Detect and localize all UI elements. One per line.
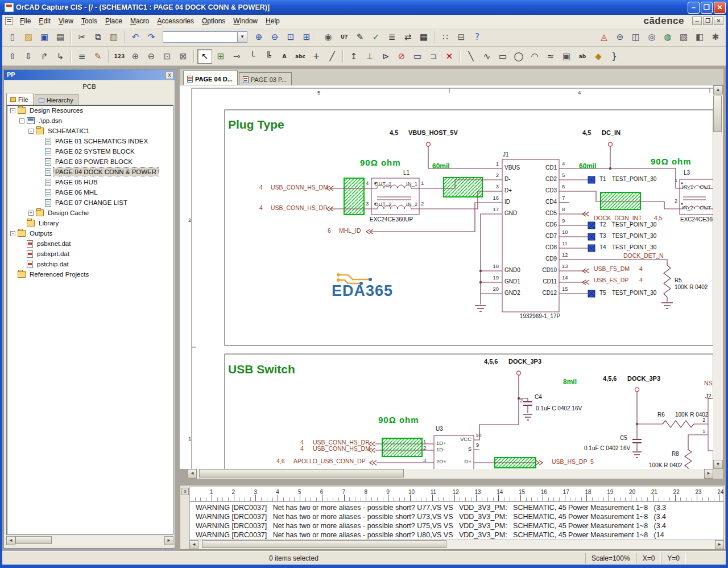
place-ieee-symbol-button[interactable]: } [607,49,622,64]
schematic-text[interactable]: 90Ω ohm [360,158,401,167]
save-document-button[interactable]: ▣ [37,30,52,44]
tree-item-library[interactable]: Library [7,218,173,228]
tree-item-page-06-mhl[interactable]: PAGE 06 MHL [7,187,173,197]
schematic-text[interactable]: 4,5 [390,130,398,136]
collapse-icon[interactable]: - [10,231,15,236]
schematic-text[interactable]: GND [504,211,517,216]
menu-edit[interactable]: Edit [35,16,55,26]
schematic-text[interactable]: 90Ω ohm [651,157,692,166]
refdes-t2[interactable]: T2 [599,222,606,228]
zoom-out-button[interactable]: ⊖ [267,30,282,44]
tree-item-page-05-hub[interactable]: PAGE 05 HUB [7,177,173,187]
scroll-down-arrow[interactable]: ▼ [713,460,723,469]
schematic-text[interactable]: 2 [675,198,677,204]
copy-button[interactable]: ⧉ [90,30,105,44]
schematic-text[interactable]: 90Ω ohm [378,415,419,424]
internet-component-button[interactable]: ◍ [660,30,675,44]
schematic-text[interactable]: CD6 [545,222,557,228]
refdes-t4[interactable]: T4 [599,245,606,250]
place-ground-button[interactable]: ⊥ [362,49,377,64]
fisheye-view-button[interactable]: ◉ [321,30,336,44]
schematic-text[interactable]: OUT [700,184,711,190]
schematic-text[interactable]: 8 [562,207,565,212]
schematic-text[interactable]: 8mil [563,378,577,385]
cis-database-button[interactable]: ⊜ [613,30,627,44]
menu-window[interactable]: Window [229,16,262,26]
collapse-icon[interactable]: - [10,108,15,113]
schematic-text[interactable]: 15 [562,286,568,292]
scroll-thumb[interactable] [202,540,446,548]
place-hierarchical-port-button[interactable]: ⊐ [426,49,441,64]
refdes-j2[interactable]: J2 [705,394,712,400]
schematic-text[interactable]: CD9 [545,256,557,262]
schematic-text[interactable]: CD10 [542,267,557,273]
scroll-right-arrow[interactable]: ► [715,540,724,549]
net-mhl-id[interactable]: MHL_ID [339,228,361,234]
attach-implementation-button[interactable]: ↱ [37,49,52,64]
tree-item-pp-dsn[interactable]: -.\pp.dsn [7,116,173,126]
redo-button[interactable]: ↷ [144,30,159,44]
scroll-thumb[interactable] [15,536,52,544]
place-bus-entry-button[interactable]: ╱ [325,49,340,64]
schematic-text[interactable]: VBUS [504,165,520,171]
refdes-r5[interactable]: R5 [675,278,682,283]
zoom-out-alt-button[interactable]: ⊖ [144,49,159,64]
canvas-hscrollbar[interactable]: ◄ ► [188,469,713,479]
refdes-r8[interactable]: R8 [672,451,679,457]
net-usb-conn-hs-dm[interactable]: USB_CONN_HS_DM [271,184,328,191]
place-polyline-button[interactable]: ∿ [479,49,494,64]
schematic-text[interactable]: GND1 [504,279,520,285]
log-warning-line[interactable]: WARNING [DRC0037] Net has two or more al… [196,512,723,521]
tree-item-psbxprt-dat[interactable]: psbxprt.dat [7,249,173,259]
paste-button[interactable]: ▥ [106,30,121,44]
child-window-icon[interactable] [5,17,13,25]
schematic-text[interactable]: CD4 [545,199,557,205]
schematic-text[interactable]: 4 [300,446,304,452]
cross-reference-button[interactable]: ⇄ [400,30,415,44]
project-tree-hscrollbar[interactable]: ◄ ► [6,536,173,545]
schematic-text[interactable]: 5 [590,459,594,465]
log-hscrollbar[interactable]: ◄ ► [189,540,724,549]
menu-place[interactable]: Place [101,16,126,26]
section-title-plug-type[interactable]: Plug Type [228,118,284,130]
schematic-text[interactable]: 7 [562,195,565,201]
schematic-text[interactable]: D+ [465,459,471,464]
net-dc-in[interactable]: DC_IN [602,130,621,136]
help-button[interactable]: ? [470,30,485,44]
schematic-text[interactable]: 12 [562,252,568,258]
scroll-thumb[interactable] [713,96,722,132]
renumber-refdes-button[interactable]: 123 [112,49,127,64]
schematic-text[interactable]: 1 [188,436,191,442]
schematic-text[interactable]: 6 [562,184,565,190]
schematic-text[interactable]: 2 [421,201,424,207]
collapse-icon[interactable]: - [28,129,34,134]
edit-properties-button[interactable]: ✎ [90,49,105,64]
schematic-text[interactable]: 19 [493,275,499,281]
schematic-text[interactable]: 1D+ [436,441,446,446]
zoom-scale-button[interactable]: ⊡ [160,49,175,64]
schematic-text[interactable]: CD11 [543,279,557,285]
tree-item-page-01-schematics-index[interactable]: PAGE 01 SCHEMATICS INDEX [7,136,173,146]
menu-accessories[interactable]: Accessories [153,16,198,26]
scroll-right-arrow[interactable]: ► [704,469,713,479]
schematic-text[interactable]: TEST_POINT_30 [612,233,656,239]
expand-icon[interactable]: + [28,211,34,216]
schematic-text[interactable]: USB_CONN_HS_DM [313,446,370,452]
schematic-text[interactable]: OUT [700,205,711,211]
refdes-l1[interactable]: L1 [403,170,410,176]
refdes-r6[interactable]: R6 [657,412,665,418]
net-vbus-host-5v[interactable]: VBUS_HOST_5V [408,130,458,136]
schematic-text[interactable]: TEST_POINT_30 [612,222,656,228]
schematic-text[interactable]: 14 [562,275,568,281]
place-power-button[interactable]: ↥ [346,49,361,64]
net-dock-det-n[interactable]: DOCK_DET_N [623,253,664,259]
schematic-text[interactable]: 1 [496,161,499,167]
section-title-usb-switch[interactable]: USB Switch [228,363,295,375]
schematic-text[interactable]: IN_2 [406,201,417,207]
place-bezier-button[interactable]: ≈ [543,49,558,64]
schematic-text[interactable]: 4 [300,439,304,446]
refdes-t1[interactable]: T1 [599,176,606,182]
refdes-u3[interactable]: U3 [436,426,443,432]
net-apollo-usb-conn-dp[interactable]: APOLLO_USB_CONN_DP [293,458,366,464]
annotate-button[interactable]: U? [337,30,351,44]
